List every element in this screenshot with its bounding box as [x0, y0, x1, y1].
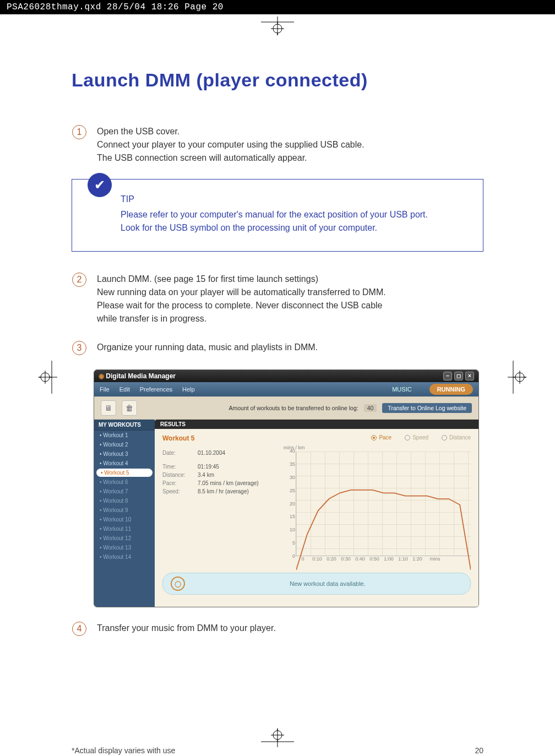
footnote: *Actual display varies with use	[72, 746, 175, 755]
dmm-titlebar: ◉ Digital Media Manager – ◻ ×	[94, 370, 478, 382]
close-button[interactable]: ×	[465, 372, 474, 380]
step-3-text: Organize your running data, music and pl…	[97, 340, 318, 354]
tip-label: TIP	[121, 193, 470, 206]
dmm-window: ◉ Digital Media Manager – ◻ × File Edit …	[94, 369, 479, 607]
checkmark-icon: ✔	[88, 173, 112, 197]
sidebar-item-workout[interactable]: • Workout 3	[94, 449, 155, 459]
sidebar-item-workout[interactable]: • Workout 6	[94, 477, 155, 487]
step-2: 2 Launch DMM. (see page 15 for first tim…	[72, 271, 483, 325]
val-pace: 7.05 mins / km (average)	[198, 480, 259, 486]
sidebar-item-workout[interactable]: • Workout 2	[94, 440, 155, 449]
lab-distance: Distance:	[162, 472, 193, 478]
lab-time: Time:	[162, 464, 193, 470]
sidebar-item-workout[interactable]: • Workout 12	[94, 534, 155, 543]
step-number-1: 1	[72, 124, 87, 139]
print-header: PSA26028thmay.qxd 28/5/04 18:26 Page 20	[0, 0, 555, 14]
sidebar-item-workout[interactable]: • Workout 4	[94, 459, 155, 468]
registration-mark-left	[39, 361, 57, 396]
trash-icon[interactable]: 🗑	[122, 400, 137, 416]
dmm-title: Digital Media Manager	[106, 372, 176, 380]
sidebar-item-workout[interactable]: • Workout 11	[94, 524, 155, 534]
registration-mark-top	[261, 17, 294, 35]
lab-pace: Pace:	[162, 480, 193, 486]
step-number-3: 3	[72, 340, 87, 355]
pace-chart: Pace Speed Distance mins / km 4035302520…	[284, 434, 471, 562]
sidebar-header: MY WORKOUTS	[94, 420, 155, 431]
maximize-button[interactable]: ◻	[454, 372, 463, 380]
minimize-button[interactable]: –	[443, 372, 452, 380]
dmm-menubar: File Edit Preferences Help MUSIC RUNNING	[94, 382, 478, 396]
results-header: RESULTS	[155, 420, 478, 429]
page-number: 20	[475, 746, 483, 755]
step-3: 3 Organize your running data, music and …	[72, 340, 483, 355]
status-bar: ◯ New workout data available.	[162, 573, 471, 595]
step-1-text: Open the USB cover. Connect your player …	[97, 124, 364, 165]
lab-speed: Speed:	[162, 488, 193, 494]
app-logo-icon: ◉	[99, 372, 104, 380]
dmm-toolbar: 🖥 🗑 Amount of workouts to be transferred…	[94, 396, 478, 420]
menu-edit[interactable]: Edit	[119, 386, 130, 393]
tab-music[interactable]: MUSIC	[384, 384, 419, 395]
tab-running[interactable]: RUNNING	[429, 384, 473, 395]
tip-body: Please refer to your computer's manual f…	[121, 208, 470, 235]
sidebar-item-workout[interactable]: • Workout 9	[94, 505, 155, 515]
transfer-online-button[interactable]: Transfer to Online Log website	[382, 403, 472, 413]
sidebar-item-workout[interactable]: • Workout 7	[94, 487, 155, 496]
val-date: 01.10.2004	[198, 450, 225, 456]
menu-preferences[interactable]: Preferences	[140, 386, 172, 393]
sidebar-item-workout[interactable]: • Workout 14	[94, 552, 155, 562]
sidebar-item-workout[interactable]: • Workout 10	[94, 515, 155, 524]
menu-help[interactable]: Help	[182, 386, 195, 393]
transfer-count-label: Amount of workouts to be transferred to …	[228, 405, 358, 411]
registration-mark-right	[508, 361, 526, 396]
sidebar-item-workout[interactable]: • Workout 1	[94, 431, 155, 440]
sidebar-item-workout[interactable]: • Workout 8	[94, 496, 155, 505]
menu-file[interactable]: File	[100, 386, 110, 393]
radio-speed[interactable]: Speed	[405, 434, 428, 440]
val-speed: 8.5 km / hr (average)	[198, 488, 249, 494]
val-distance: 3.4 km	[198, 472, 214, 478]
transfer-count-value: 40	[364, 404, 377, 412]
workout-info: Workout 5 Date:01.10.2004 Time:01:19:45 …	[162, 434, 273, 562]
radio-distance[interactable]: Distance	[442, 434, 471, 440]
val-time: 01:19:45	[198, 464, 219, 470]
step-4-text: Transfer your music from DMM to your pla…	[97, 621, 276, 635]
step-2-text: Launch DMM. (see page 15 for first time …	[97, 271, 386, 325]
sidebar-item-workout[interactable]: • Workout 5	[96, 469, 153, 477]
radio-pace[interactable]: Pace	[371, 434, 391, 440]
tip-box: ✔ TIP Please refer to your computer's ma…	[72, 179, 483, 252]
workouts-sidebar: MY WORKOUTS • Workout 1• Workout 2• Work…	[94, 420, 155, 607]
step-number-4: 4	[72, 621, 87, 636]
workout-name: Workout 5	[162, 434, 273, 442]
registration-mark-bottom	[261, 728, 294, 747]
sync-icon[interactable]: ◯	[171, 576, 185, 591]
step-number-2: 2	[72, 271, 87, 287]
chart-ylabel: mins / km	[284, 445, 471, 450]
sidebar-item-workout[interactable]: • Workout 13	[94, 543, 155, 552]
device-icon[interactable]: 🖥	[101, 400, 116, 416]
step-1: 1 Open the USB cover. Connect your playe…	[72, 124, 483, 165]
page-title: Launch DMM (player connected)	[72, 69, 483, 91]
lab-date: Date:	[162, 450, 193, 456]
status-text: New workout data available.	[193, 580, 463, 587]
step-4: 4 Transfer your music from DMM to your p…	[72, 621, 483, 636]
